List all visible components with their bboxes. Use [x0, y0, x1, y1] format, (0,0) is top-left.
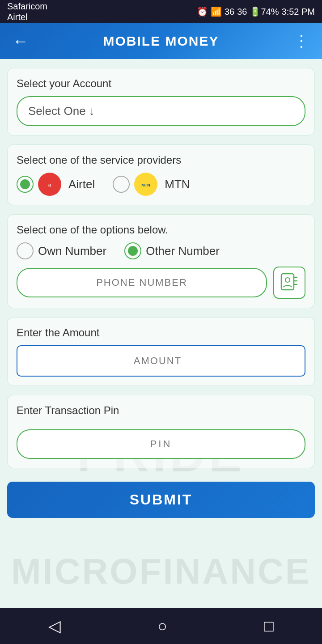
- own-number-option[interactable]: Own Number: [17, 242, 106, 259]
- phone-row: [17, 267, 305, 299]
- submit-button[interactable]: SUBMIT: [7, 482, 315, 518]
- mtn-label: MTN: [165, 178, 190, 191]
- menu-button[interactable]: ⋮: [290, 28, 313, 54]
- battery-icon: 🔋74%: [250, 6, 279, 17]
- bottom-navigation: ◁ ○ □: [0, 608, 322, 644]
- provider-radio-group: a Airtel MTN MTN: [17, 173, 305, 196]
- own-number-label: Own Number: [38, 244, 106, 258]
- carrier1: Safaricom: [7, 1, 47, 12]
- airtel-radio[interactable]: [17, 176, 34, 193]
- pin-section: Enter Transaction Pin: [7, 395, 315, 468]
- number-options-group: Own Number Other Number: [17, 242, 305, 259]
- airtel-logo: a: [38, 173, 61, 196]
- pin-input[interactable]: [17, 429, 305, 459]
- account-label: Select your Account: [17, 77, 305, 90]
- contacts-button[interactable]: [273, 267, 305, 299]
- contacts-icon: [280, 273, 299, 292]
- amount-label: Enter the Amount: [17, 326, 305, 339]
- svg-text:a: a: [48, 182, 51, 187]
- account-section: Select your Account Select One ↓: [7, 68, 315, 136]
- mtn-logo: MTN: [134, 173, 157, 196]
- carrier2: Airtel: [7, 12, 47, 22]
- mtn-option[interactable]: MTN MTN: [113, 173, 190, 196]
- account-dropdown[interactable]: Select One ↓: [17, 96, 305, 126]
- status-icons: ⏰ 📶 36 36 🔋74% 3:52 PM: [197, 6, 315, 17]
- amount-input[interactable]: [17, 345, 305, 377]
- app-header: ← MOBILE MONEY ⋮: [0, 23, 322, 59]
- signal1-icon: 36: [225, 7, 234, 17]
- back-nav-button[interactable]: ◁: [48, 617, 61, 636]
- amount-section: Enter the Amount: [7, 317, 315, 386]
- signal2-icon: 36: [237, 7, 247, 17]
- airtel-label: Airtel: [68, 178, 95, 191]
- status-bar: Safaricom Airtel ⏰ 📶 36 36 🔋74% 3:52 PM: [0, 0, 322, 23]
- home-nav-button[interactable]: ○: [157, 617, 167, 636]
- micro-watermark: MICROFINANCE: [11, 551, 311, 592]
- back-button[interactable]: ←: [9, 28, 32, 54]
- provider-label: Select one of the service providers: [17, 154, 305, 166]
- pin-label: Enter Transaction Pin: [17, 404, 305, 417]
- phone-input[interactable]: [17, 268, 267, 297]
- own-number-radio[interactable]: [17, 242, 34, 259]
- recent-nav-button[interactable]: □: [264, 617, 274, 636]
- other-number-radio[interactable]: [124, 242, 141, 259]
- account-placeholder: Select One ↓: [28, 104, 95, 118]
- main-content: PRIDE MICROFINANCE Select your Account S…: [0, 59, 322, 608]
- mtn-radio[interactable]: [113, 176, 130, 193]
- svg-point-5: [285, 278, 290, 282]
- options-section: Select one of the options below. Own Num…: [7, 214, 315, 308]
- options-label: Select one of the options below.: [17, 224, 305, 236]
- svg-text:MTN: MTN: [142, 183, 151, 187]
- provider-section: Select one of the service providers a Ai…: [7, 144, 315, 205]
- wifi-icon: 📶: [211, 6, 222, 17]
- alarm-icon: ⏰: [197, 6, 208, 17]
- other-number-label: Other Number: [146, 244, 220, 258]
- time-display: 3:52 PM: [282, 7, 315, 17]
- carrier-info: Safaricom Airtel: [7, 1, 47, 22]
- other-number-option[interactable]: Other Number: [124, 242, 220, 259]
- airtel-option[interactable]: a Airtel: [17, 173, 95, 196]
- page-title: MOBILE MONEY: [32, 34, 290, 49]
